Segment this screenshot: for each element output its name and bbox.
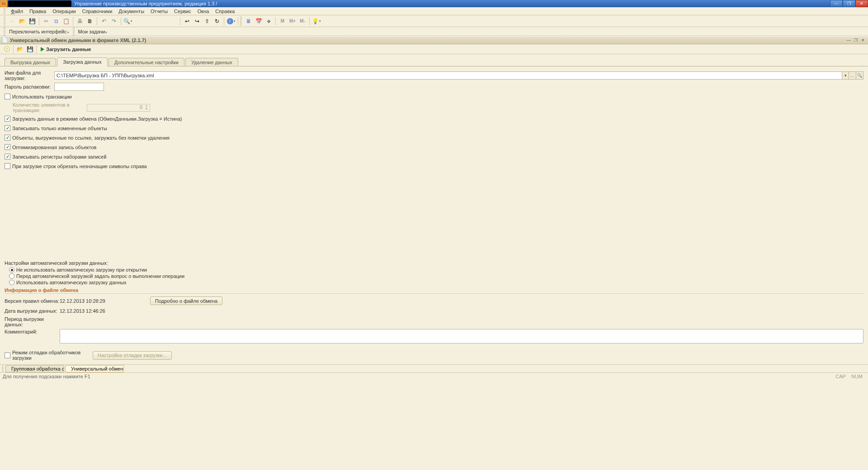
- status-bar: Для получения подсказки нажмите F1 CAP N…: [0, 372, 868, 380]
- toolbar-grip-icon: [4, 17, 5, 26]
- help-button[interactable]: i: [226, 17, 236, 26]
- auto-always-radio[interactable]: [9, 280, 14, 285]
- tab-import[interactable]: Загрузка данных: [57, 57, 108, 66]
- nav-refresh-button[interactable]: ↻: [212, 17, 222, 26]
- auto-ask-row: Перед автоматической загрузкой задать во…: [9, 273, 863, 279]
- file-dropdown-button[interactable]: ▾: [842, 71, 849, 80]
- tab-delete-data[interactable]: Удаление данных: [185, 58, 238, 66]
- m-plus-button[interactable]: M+: [288, 17, 297, 26]
- ref-no-delete-row: Объекты, выгруженные по ссылке, загружат…: [5, 134, 863, 141]
- undo-button[interactable]: ↶: [99, 17, 108, 26]
- open-button[interactable]: 📂: [18, 17, 27, 26]
- menu-file[interactable]: Файл: [8, 8, 26, 15]
- subwindow-title: Универсальный обмен данными в формате XM…: [10, 38, 845, 43]
- menu-service[interactable]: Сервис: [171, 8, 194, 15]
- print-button[interactable]: 🖶: [75, 17, 85, 26]
- optimized-write-checkbox[interactable]: [5, 144, 10, 150]
- calc-button[interactable]: 🖩: [244, 17, 253, 26]
- mdi-taskbar: Групповая обработка спра... Универсальны…: [0, 364, 868, 372]
- menu-references[interactable]: Справочники: [80, 8, 115, 15]
- calendar-button[interactable]: 📅: [254, 17, 263, 26]
- toolbar-grip-icon: [73, 27, 75, 36]
- trim-strings-row: При загрузке строк обрезать незначащие с…: [5, 162, 863, 170]
- m-button[interactable]: M: [278, 17, 287, 26]
- status-cap: CAP: [833, 374, 849, 379]
- menu-windows[interactable]: Окна: [195, 8, 212, 15]
- menu-help[interactable]: Справка: [212, 8, 237, 15]
- auto-none-radio[interactable]: [9, 267, 14, 273]
- debug-checkbox[interactable]: [5, 352, 10, 358]
- subwindow-titlebar: 📄 Универсальный обмен данными в формате …: [0, 36, 868, 44]
- trans-count-row: Количество элементов в транзакции: 0 ▲▼: [5, 102, 863, 113]
- menu-documents[interactable]: Документы: [116, 8, 147, 15]
- trim-strings-checkbox[interactable]: [5, 163, 10, 169]
- tab-additional-settings[interactable]: Дополнительные настройки: [108, 58, 184, 66]
- task-xml-exchange[interactable]: Универсальный обмен дан...: [65, 365, 124, 372]
- nav-up-button[interactable]: ⇧: [203, 17, 212, 26]
- save-button[interactable]: 💾: [28, 17, 37, 26]
- search-button[interactable]: 🔍: [123, 17, 132, 26]
- file-details-button[interactable]: Подробно о файле обмена: [150, 296, 222, 305]
- auto-ask-label: Перед автоматической загрузкой задать во…: [16, 273, 184, 279]
- password-input[interactable]: [54, 83, 104, 91]
- open-settings-button[interactable]: 📂: [15, 45, 24, 54]
- debug-settings-button[interactable]: Настройка отладки загрузки...: [93, 351, 172, 360]
- trim-strings-label: При загрузке строк обрезать незначащие с…: [12, 164, 147, 169]
- rules-version-value: 12.12.2013 10:28:29: [60, 298, 150, 304]
- toolbar-sep: [224, 17, 224, 25]
- changed-only-label: Записывать только измененные объекты: [12, 126, 107, 131]
- paste-button[interactable]: 📋: [61, 17, 71, 26]
- nav-forward-button[interactable]: ↪: [193, 17, 202, 26]
- file-row: Имя файла для загрузки: ▾ … 🔍: [5, 70, 863, 81]
- new-doc-button[interactable]: ▫: [8, 17, 17, 26]
- register-sets-checkbox[interactable]: [5, 154, 10, 160]
- m-minus-button[interactable]: M-: [298, 17, 307, 26]
- redo-button[interactable]: ↷: [109, 17, 118, 26]
- file-browse-button[interactable]: …: [849, 71, 856, 80]
- subwin-restore-button[interactable]: ❐: [853, 37, 859, 43]
- ref-no-delete-label: Объекты, выгруженные по ссылке, загружат…: [12, 135, 170, 141]
- export-date-value: 12.12.2013 12:46:26: [60, 308, 105, 314]
- help-button[interactable]: ?: [2, 45, 11, 54]
- maximize-button[interactable]: ❐: [843, 0, 855, 7]
- nav-back-button[interactable]: ↩: [183, 17, 192, 26]
- file-input[interactable]: [54, 71, 842, 80]
- tab-export[interactable]: Выгрузка данных: [5, 58, 56, 66]
- print-preview-button[interactable]: 🗎: [85, 17, 94, 26]
- tips-button[interactable]: 💡: [312, 17, 321, 26]
- subwin-close-button[interactable]: ✕: [860, 37, 866, 43]
- menu-edit[interactable]: Правка: [27, 8, 49, 15]
- load-data-button[interactable]: Загрузить данные: [38, 45, 94, 53]
- save-settings-button[interactable]: 💾: [25, 45, 34, 54]
- subwin-minimize-button[interactable]: —: [845, 37, 852, 43]
- toolbar-sep: [39, 17, 39, 25]
- subwindow-icon: 📄: [2, 37, 8, 43]
- subwindow-toolbar: ? 📂 💾 Загрузить данные: [0, 44, 868, 54]
- task-group-processing[interactable]: Групповая обработка спра...: [5, 365, 64, 372]
- file-open-ext-button[interactable]: 🔍: [856, 71, 863, 80]
- menu-reports[interactable]: Отчеты: [148, 8, 170, 15]
- comment-label: Комментарий:: [5, 329, 60, 334]
- task-label: Универсальный обмен дан...: [71, 366, 124, 371]
- use-transactions-checkbox[interactable]: [5, 94, 10, 99]
- exchange-mode-row: Загружать данные в режиме обмена (ОбменД…: [5, 115, 863, 122]
- tool-button[interactable]: ⎆: [264, 17, 273, 26]
- trans-count-value: 0: [140, 104, 142, 110]
- register-sets-label: Записывать регистры наборами записей: [12, 154, 106, 160]
- close-button[interactable]: ✕: [855, 0, 868, 7]
- menu-operations[interactable]: Операции: [50, 8, 78, 15]
- copy-button[interactable]: ⧉: [52, 17, 61, 26]
- export-date-label: Дата выгрузки данных:: [5, 308, 60, 314]
- toolbar-sep: [309, 17, 310, 25]
- my-tasks-button[interactable]: Мои задачи: [76, 29, 109, 34]
- comment-textarea[interactable]: [60, 329, 863, 343]
- minimize-button[interactable]: —: [830, 0, 843, 7]
- switch-interface-button[interactable]: Переключить интерфейс: [7, 29, 71, 34]
- secondary-toolbar: Переключить интерфейс Мои задачи: [0, 27, 868, 36]
- exchange-mode-checkbox[interactable]: [5, 116, 10, 122]
- cut-button[interactable]: ✂: [42, 17, 51, 26]
- auto-ask-radio[interactable]: [9, 273, 14, 279]
- app-logo-icon: 1c: [0, 0, 7, 7]
- changed-only-checkbox[interactable]: [5, 125, 10, 131]
- ref-no-delete-checkbox[interactable]: [5, 135, 10, 141]
